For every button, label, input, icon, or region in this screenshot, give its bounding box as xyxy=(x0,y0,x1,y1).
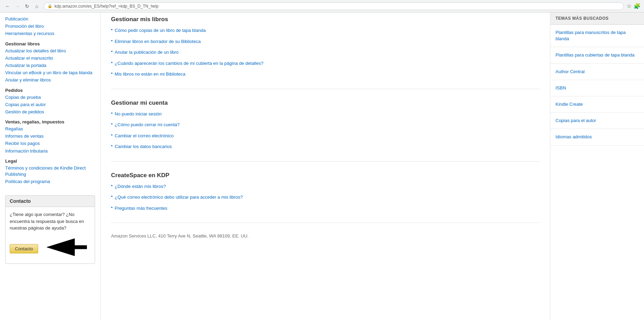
bullet-icon: • xyxy=(111,194,113,199)
home-button[interactable]: ⌂ xyxy=(33,2,41,10)
bullet-icon: • xyxy=(111,60,113,65)
link-cambios-cubierta[interactable]: ¿Cuándo aparecerán los cambios de mi cub… xyxy=(115,60,264,67)
browser-actions: ☆ 🧩 xyxy=(627,3,641,9)
contact-body-text: ¿Tiene algo que comentar? ¿No encuentra … xyxy=(10,212,84,231)
section-title-gestionar-cuenta: Gestionar mi cuenta xyxy=(111,100,540,106)
list-item: • ¿Dónde están mis libros? xyxy=(111,183,540,192)
sidebar-link-vincular-ebook[interactable]: Vincular un eBook y un libro de tapa bla… xyxy=(5,70,95,76)
link-correo-acceder[interactable]: ¿Qué correo electrónico debo utilizar pa… xyxy=(115,194,243,201)
bullet-icon: • xyxy=(111,143,113,148)
right-sidebar-item-copias-autor[interactable]: Copias para el autor xyxy=(550,113,644,129)
section-title-createspace: CreateSpace en KDP xyxy=(111,172,540,179)
sidebar-link-recibir-pagos[interactable]: Recibir los pagos xyxy=(5,140,95,147)
sidebar-link-tributaria[interactable]: Información tributaria xyxy=(5,148,95,154)
sidebar-link-copias-autor[interactable]: Copias para el autor xyxy=(5,102,95,108)
sidebar-link-actualizar-portada[interactable]: Actualizar la portada xyxy=(5,62,95,69)
back-button[interactable]: ← xyxy=(3,2,12,10)
link-cambiar-correo[interactable]: Cambiar el correo electrónico xyxy=(115,132,174,139)
bullet-icon: • xyxy=(111,49,113,54)
right-sidebar-item-isbn[interactable]: ISBN xyxy=(550,80,644,96)
contact-box-body: ¿Tiene algo que comentar? ¿No encuentra … xyxy=(6,207,95,263)
sidebar-link-herramientas[interactable]: Herramientas y recursos xyxy=(5,31,95,37)
contact-box: Contacto ¿Tiene algo que comentar? ¿No e… xyxy=(5,195,95,264)
url-text: kdp.amazon.com/es_ES/help?ref_=kdp_BS_D_… xyxy=(54,4,159,9)
address-bar[interactable]: 🔒 kdp.amazon.com/es_ES/help?ref_=kdp_BS_… xyxy=(44,2,624,10)
bullet-icon: • xyxy=(111,205,113,210)
sidebar-section-ventas: Ventas, regalías, impuestos xyxy=(5,119,95,124)
list-item: • Anular la publicación de un libro xyxy=(111,49,540,58)
list-item: • Eliminar libros en borrador de su Bibl… xyxy=(111,38,540,47)
list-item: • ¿Qué correo electrónico debo utilizar … xyxy=(111,194,540,203)
reload-button[interactable]: ↻ xyxy=(23,2,31,10)
sidebar-link-publicacion[interactable]: Publicación xyxy=(5,16,95,22)
sidebar-link-terminos[interactable]: Términos y condiciones de Kindle Direct … xyxy=(5,165,95,178)
link-copias-tapa-blanda[interactable]: Cómo pedir copias de un libro de tapa bl… xyxy=(115,27,206,34)
bullet-icon: • xyxy=(111,71,113,76)
link-libros-no-biblioteca[interactable]: Mis libros no están en mi Biblioteca xyxy=(115,71,186,78)
star-button[interactable]: ☆ xyxy=(627,3,632,9)
sidebar-section-gestionar-libros: Gestionar libros xyxy=(5,41,95,46)
sidebar-link-politicas[interactable]: Políticas del programa xyxy=(5,179,95,185)
link-datos-bancarios[interactable]: Cambiar los datos bancarios xyxy=(115,143,172,150)
bullet-icon: • xyxy=(111,132,113,138)
bullet-icon: • xyxy=(111,27,113,32)
right-sidebar-item-plantillas-manuscritos[interactable]: Plantillas para manuscritos de tapa blan… xyxy=(550,25,644,47)
link-no-sesion[interactable]: No puedo iniciar sesión xyxy=(115,111,162,118)
list-item: • Preguntas más frecuentes xyxy=(111,205,540,214)
extension-button[interactable]: 🧩 xyxy=(634,3,641,9)
list-item: • ¿Cuándo aparecerán los cambios de mi c… xyxy=(111,60,540,69)
bullet-icon: • xyxy=(111,183,113,188)
right-sidebar-header: TEMAS MÁS BUSCADOS xyxy=(550,12,644,25)
arrow-annotation xyxy=(43,235,88,259)
section-gestionar-cuenta: Gestionar mi cuenta • No puedo iniciar s… xyxy=(111,100,540,162)
sidebar-link-regalias[interactable]: Regalías xyxy=(5,126,95,132)
list-item: • Cómo pedir copias de un libro de tapa … xyxy=(111,27,540,36)
bullet-icon: • xyxy=(111,111,113,116)
right-sidebar-item-plantillas-cubiertas[interactable]: Plantillas para cubiertas de tapa blanda xyxy=(550,47,644,63)
section-gestionar-libros: Gestionar mis libros • Cómo pedir copias… xyxy=(111,16,540,89)
sidebar-link-anular-eliminar[interactable]: Anular y eliminar libros xyxy=(5,77,95,83)
link-cerrar-cuenta[interactable]: ¿Cómo puedo cerrar mi cuenta? xyxy=(115,121,180,128)
bullet-icon: • xyxy=(111,121,113,127)
right-sidebar: TEMAS MÁS BUSCADOS Plantillas para manus… xyxy=(550,12,644,320)
sidebar-link-informes[interactable]: Informes de ventas xyxy=(5,133,95,139)
section-title-gestionar-libros: Gestionar mis libros xyxy=(111,16,540,23)
sidebar-link-actualizar-detalles[interactable]: Actualizar los detalles del libro xyxy=(5,48,95,54)
sidebar-section-legal: Legal xyxy=(5,158,95,164)
sidebar-link-actualizar-manuscrito[interactable]: Actualizar el manuscrito xyxy=(5,55,95,61)
list-item: • ¿Cómo puedo cerrar mi cuenta? xyxy=(111,121,540,130)
link-eliminar-borrador[interactable]: Eliminar libros en borrador de su Biblio… xyxy=(115,38,201,45)
page-container: Publicación Promoción del libro Herramie… xyxy=(0,12,644,320)
left-sidebar: Publicación Promoción del libro Herramie… xyxy=(0,12,101,320)
list-item: • Mis libros no están en mi Biblioteca xyxy=(111,71,540,80)
list-item: • Cambiar el correo electrónico xyxy=(111,132,540,141)
right-sidebar-item-idiomas[interactable]: Idiomas admitidos xyxy=(550,129,644,145)
footer-address: Amazon Services LLC, 410 Terry Ave N, Se… xyxy=(111,233,540,239)
list-item: • Cambiar los datos bancarios xyxy=(111,143,540,152)
nav-buttons: ← → ↻ ⌂ xyxy=(3,2,41,10)
link-preguntas-frecuentes[interactable]: Preguntas más frecuentes xyxy=(115,205,168,212)
sidebar-link-gestion-pedidos[interactable]: Gestión de pedidos xyxy=(5,109,95,115)
contact-button[interactable]: Contacto xyxy=(10,244,38,253)
sidebar-link-copias-prueba[interactable]: Copias de prueba xyxy=(5,94,95,101)
link-donde-libros[interactable]: ¿Dónde están mis libros? xyxy=(115,183,166,190)
lock-icon: 🔒 xyxy=(48,4,52,8)
browser-chrome: ← → ↻ ⌂ 🔒 kdp.amazon.com/es_ES/help?ref_… xyxy=(0,0,644,12)
section-createspace: CreateSpace en KDP • ¿Dónde están mis li… xyxy=(111,172,540,223)
sidebar-link-promocion[interactable]: Promoción del libro xyxy=(5,23,95,29)
list-item: • No puedo iniciar sesión xyxy=(111,111,540,120)
contact-box-header: Contacto xyxy=(6,196,95,207)
bullet-icon: • xyxy=(111,38,113,43)
right-sidebar-item-kindle-create[interactable]: Kindle Create xyxy=(550,96,644,113)
main-content: Gestionar mis libros • Cómo pedir copias… xyxy=(101,12,550,320)
forward-button[interactable]: → xyxy=(13,2,22,10)
sidebar-section-pedidos: Pedidos xyxy=(5,88,95,93)
svg-marker-0 xyxy=(47,239,87,256)
right-sidebar-item-author-central[interactable]: Author Central xyxy=(550,64,644,80)
link-anular-publicacion[interactable]: Anular la publicación de un libro xyxy=(115,49,179,56)
